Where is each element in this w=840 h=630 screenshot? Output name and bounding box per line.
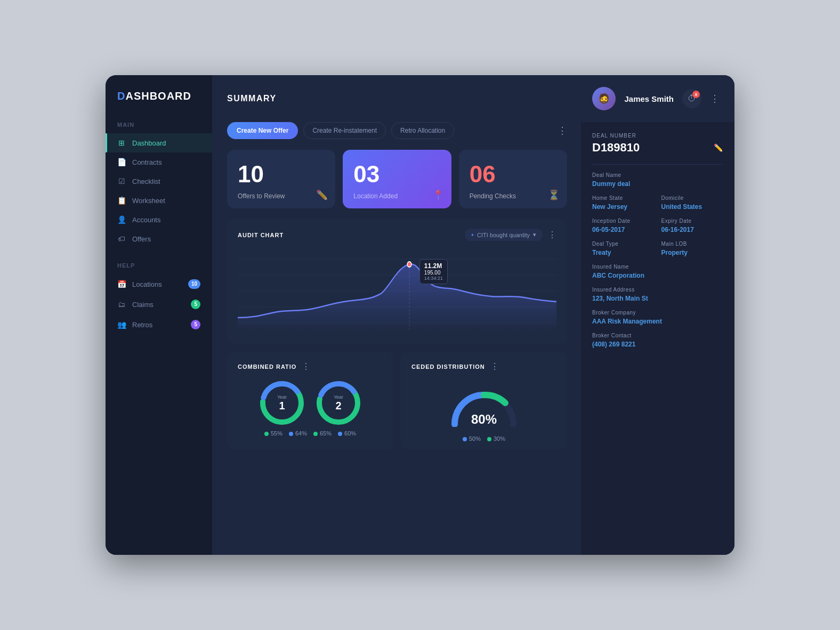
domicile-value: United States xyxy=(661,203,723,211)
donut1-label: Year 1 xyxy=(277,394,287,412)
expiry-label: Expiry Date xyxy=(661,218,723,224)
logo-rest: ASHBOARD xyxy=(125,90,191,102)
domicile-label: Domicile xyxy=(661,195,723,201)
checks-label: Pending Checks xyxy=(470,192,556,200)
audit-chart-area: 11.2M 195.00 14:34:21 xyxy=(238,248,556,334)
sidebar-label-worksheet: Worksheet xyxy=(132,197,165,205)
stat-card-checks: 06 Pending Checks ⏳ xyxy=(459,150,567,208)
sidebar-label-checklist: Checklist xyxy=(132,177,160,185)
help-section-label: Help xyxy=(106,258,212,274)
page-title: SUMMARY xyxy=(227,94,592,103)
reinstatement-button[interactable]: Create Re-instatement xyxy=(303,122,386,139)
create-offer-button[interactable]: Create New Offer xyxy=(227,122,298,139)
chart-filter-label: CITI bought quantity xyxy=(477,232,530,238)
audit-chart-card: AUDIT CHART ● CITI bought quantity ▾ ⋮ 1… xyxy=(227,219,567,343)
location-icon: 📍 xyxy=(432,189,444,201)
broker-company-section: Broker Company AAA Risk Management xyxy=(592,310,723,325)
insured-name-label: Insured Name xyxy=(592,264,723,270)
sidebar-item-locations[interactable]: 📅 Locations 10 xyxy=(106,274,212,294)
deal-edit-button[interactable]: ✏️ xyxy=(714,143,723,152)
home-state-label: Home State xyxy=(592,195,654,201)
audit-chart-more[interactable]: ⋮ xyxy=(548,230,556,240)
dashboard-icon: ⊞ xyxy=(117,139,126,147)
checks-icon: ⏳ xyxy=(548,189,560,201)
home-state-value: New Jersey xyxy=(592,203,654,211)
main-section-label: Main xyxy=(106,117,212,133)
audit-chart-svg xyxy=(238,248,556,334)
offers-label: Offers to Review xyxy=(238,192,325,200)
sidebar-label-claims: Claims xyxy=(132,301,154,309)
combined-ratio-header: COMBINED RATIO ⋮ xyxy=(238,361,383,371)
donut-row: Year 1 xyxy=(238,379,383,427)
deal-number-row: D189810 ✏️ xyxy=(592,141,723,155)
insured-address-label: Insured Address xyxy=(592,287,723,293)
broker-contact-label: Broker Contact xyxy=(592,333,723,338)
deal-type-value: Treaty xyxy=(592,249,654,256)
location-number: 03 xyxy=(353,163,440,186)
divider-1 xyxy=(592,164,723,165)
deal-dates: Inception Date 06-05-2017 Expiry Date 06… xyxy=(592,218,723,233)
combined-ratio-card: COMBINED RATIO ⋮ xyxy=(227,352,393,449)
sidebar-label-offers: Offers xyxy=(132,235,151,243)
gauge: 80% xyxy=(449,384,519,427)
offers-icon: ✏️ xyxy=(316,189,328,201)
sidebar-label-retros: Retros xyxy=(132,321,152,329)
avatar: 🧔 xyxy=(592,87,616,110)
insured-name-value: ABC Corporation xyxy=(592,272,723,279)
deal-state-domicile: Home State New Jersey Domicile United St… xyxy=(592,195,723,211)
combined-ratio-more[interactable]: ⋮ xyxy=(302,361,310,371)
deal-type-lob: Deal Type Treaty Main LOB Property xyxy=(592,241,723,256)
checklist-icon: ☑ xyxy=(117,177,126,185)
sidebar-item-accounts[interactable]: 👤 Accounts xyxy=(106,210,212,229)
bottom-grid: COMBINED RATIO ⋮ xyxy=(227,352,567,458)
worksheet-icon: 📋 xyxy=(117,196,126,205)
sidebar-label-contracts: Contracts xyxy=(132,158,162,166)
inception-date-section: Inception Date 06-05-2017 xyxy=(592,218,654,233)
main-lob-value: Property xyxy=(661,249,723,256)
sidebar-item-worksheet[interactable]: 📋 Worksheet xyxy=(106,191,212,210)
donut-year1: Year 1 xyxy=(258,379,306,427)
combined-ratio-title: COMBINED RATIO xyxy=(238,364,296,370)
chart-filter-button[interactable]: ● CITI bought quantity ▾ xyxy=(465,229,543,241)
deal-number-label: DEAL NUMBER xyxy=(592,133,723,139)
sidebar-item-retros[interactable]: 👥 Retros 5 xyxy=(106,314,212,335)
header-right: 🧔 James Smith ⏱ 8 ⋮ xyxy=(592,87,720,110)
home-state-section: Home State New Jersey xyxy=(592,195,654,211)
donut-year2: Year 2 xyxy=(314,379,362,427)
toolbar-more-button[interactable]: ⋮ xyxy=(558,125,567,136)
inception-value: 06-05-2017 xyxy=(592,226,654,233)
ceded-distribution-more[interactable]: ⋮ xyxy=(490,361,499,371)
sidebar-item-checklist[interactable]: ☑ Checklist xyxy=(106,172,212,191)
insured-address-section: Insured Address 123, North Main St xyxy=(592,287,723,302)
insured-address-value: 123, North Main St xyxy=(592,295,723,302)
header-more-button[interactable]: ⋮ xyxy=(710,93,720,104)
offers-number: 10 xyxy=(238,163,325,186)
sidebar-item-offers[interactable]: 🏷 Offers xyxy=(106,229,212,248)
accounts-icon: 👤 xyxy=(117,215,126,224)
sidebar-label-locations: Locations xyxy=(132,280,162,288)
retro-allocation-button[interactable]: Retro Allocation xyxy=(391,122,454,139)
insured-name-section: Insured Name ABC Corporation xyxy=(592,264,723,279)
ceded-distribution-card: CEDED DISTRIBUTION ⋮ xyxy=(401,352,567,449)
stat-cards: 10 Offers to Review ✏️ 03 Location Added… xyxy=(227,150,567,208)
stat-card-offers: 10 Offers to Review ✏️ xyxy=(227,150,335,208)
locations-icon: 📅 xyxy=(117,280,126,288)
sidebar-label-accounts: Accounts xyxy=(132,216,160,224)
gauge-legend: 50% 30% xyxy=(463,435,505,442)
deal-name-section: Deal Name Dummy deal xyxy=(592,172,723,188)
notification-button[interactable]: ⏱ 8 xyxy=(682,89,701,108)
sidebar-item-contracts[interactable]: 📄 Contracts xyxy=(106,152,212,172)
audit-chart-header: AUDIT CHART ● CITI bought quantity ▾ ⋮ xyxy=(238,229,556,241)
gauge-section: 80% 50% 30% xyxy=(411,379,556,442)
broker-contact-section: Broker Contact (408) 269 8221 xyxy=(592,333,723,348)
stat-card-location: 03 Location Added 📍 xyxy=(343,150,451,208)
donut2-label: Year 2 xyxy=(334,394,343,412)
sidebar-item-claims[interactable]: 🗂 Claims 5 xyxy=(106,294,212,314)
deal-number-value: D189810 xyxy=(592,141,640,155)
locations-badge: 10 xyxy=(188,279,200,289)
sidebar-item-dashboard[interactable]: ⊞ Dashboard xyxy=(106,133,212,152)
audit-chart-title: AUDIT CHART xyxy=(238,232,284,238)
donut-legend: 55% 64% 65% 60% xyxy=(238,430,383,437)
expiry-date-section: Expiry Date 06-16-2017 xyxy=(661,218,723,233)
checks-number: 06 xyxy=(470,163,556,186)
